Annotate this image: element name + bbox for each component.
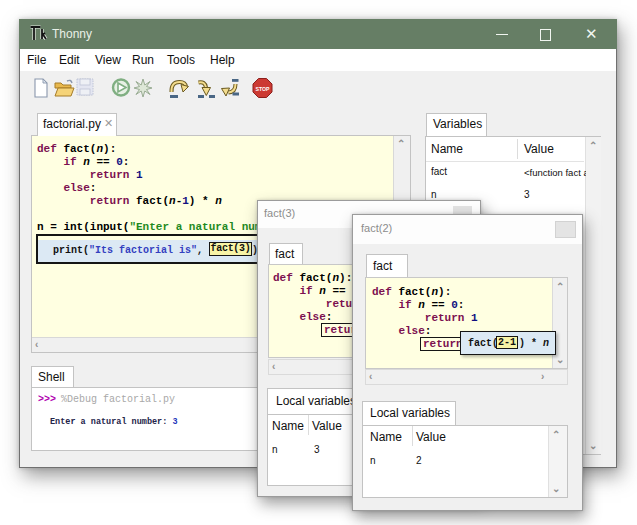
svg-text:STOP: STOP: [255, 86, 270, 92]
